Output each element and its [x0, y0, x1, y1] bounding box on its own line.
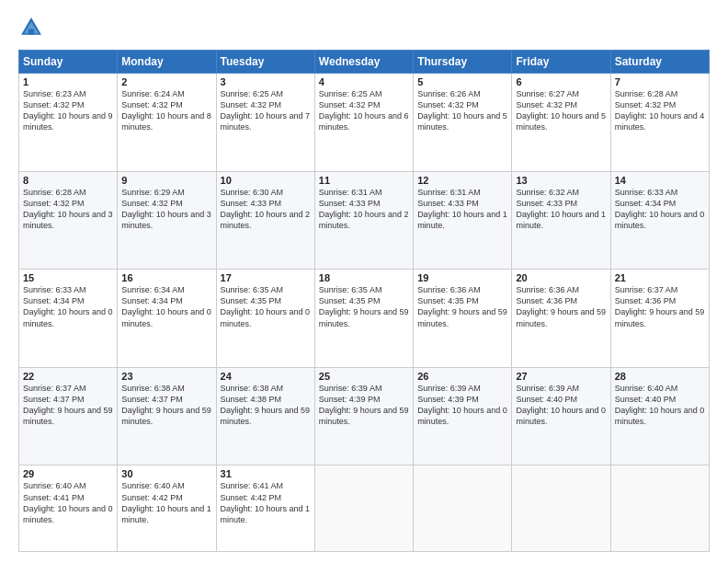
- cell-details: Sunrise: 6:38 AM Sunset: 4:37 PM Dayligh…: [121, 383, 211, 428]
- calendar-week-row: 15Sunrise: 6:33 AM Sunset: 4:34 PM Dayli…: [19, 270, 710, 368]
- cell-details: Sunrise: 6:30 AM Sunset: 4:33 PM Dayligh…: [221, 187, 311, 232]
- day-number: 12: [417, 175, 507, 186]
- calendar-week-row: 22Sunrise: 6:37 AM Sunset: 4:37 PM Dayli…: [19, 367, 710, 465]
- day-of-week-header: Saturday: [610, 51, 709, 74]
- calendar-cell: 14Sunrise: 6:33 AM Sunset: 4:34 PM Dayli…: [610, 171, 709, 270]
- cell-details: Sunrise: 6:36 AM Sunset: 4:35 PM Dayligh…: [417, 284, 507, 329]
- day-number: 8: [23, 175, 113, 186]
- cell-details: Sunrise: 6:38 AM Sunset: 4:38 PM Dayligh…: [221, 383, 311, 428]
- calendar-cell: 9Sunrise: 6:29 AM Sunset: 4:32 PM Daylig…: [118, 171, 216, 270]
- day-number: 18: [319, 272, 409, 283]
- day-number: 9: [121, 175, 211, 186]
- calendar-week-row: 29Sunrise: 6:40 AM Sunset: 4:41 PM Dayli…: [19, 465, 710, 552]
- page: SundayMondayTuesdayWednesdayThursdayFrid…: [0, 0, 728, 563]
- day-number: 31: [221, 468, 311, 479]
- calendar-cell: 26Sunrise: 6:39 AM Sunset: 4:39 PM Dayli…: [414, 367, 512, 465]
- day-number: 21: [615, 272, 705, 283]
- svg-rect-2: [28, 29, 34, 35]
- calendar-cell: 4Sunrise: 6:25 AM Sunset: 4:32 PM Daylig…: [314, 74, 413, 172]
- calendar-cell: 12Sunrise: 6:31 AM Sunset: 4:33 PM Dayli…: [414, 171, 512, 270]
- cell-details: Sunrise: 6:37 AM Sunset: 4:37 PM Dayligh…: [23, 383, 113, 428]
- calendar-cell: [610, 465, 709, 552]
- calendar-cell: 2Sunrise: 6:24 AM Sunset: 4:32 PM Daylig…: [118, 74, 216, 172]
- calendar-cell: 23Sunrise: 6:38 AM Sunset: 4:37 PM Dayli…: [118, 367, 216, 465]
- day-number: 15: [23, 272, 113, 283]
- calendar-cell: 31Sunrise: 6:41 AM Sunset: 4:42 PM Dayli…: [216, 465, 314, 552]
- calendar-cell: 30Sunrise: 6:40 AM Sunset: 4:42 PM Dayli…: [118, 465, 216, 552]
- cell-details: Sunrise: 6:40 AM Sunset: 4:40 PM Dayligh…: [615, 383, 705, 428]
- cell-details: Sunrise: 6:29 AM Sunset: 4:32 PM Dayligh…: [121, 187, 211, 232]
- calendar-cell: 1Sunrise: 6:23 AM Sunset: 4:32 PM Daylig…: [19, 74, 118, 172]
- cell-details: Sunrise: 6:39 AM Sunset: 4:39 PM Dayligh…: [417, 383, 507, 428]
- calendar-cell: 29Sunrise: 6:40 AM Sunset: 4:41 PM Dayli…: [19, 465, 118, 552]
- calendar-cell: 7Sunrise: 6:28 AM Sunset: 4:32 PM Daylig…: [610, 74, 709, 172]
- day-number: 16: [121, 272, 211, 283]
- cell-details: Sunrise: 6:40 AM Sunset: 4:42 PM Dayligh…: [121, 480, 211, 525]
- calendar-cell: 18Sunrise: 6:35 AM Sunset: 4:35 PM Dayli…: [314, 270, 413, 368]
- day-number: 4: [319, 76, 409, 87]
- day-number: 7: [615, 76, 705, 87]
- calendar-cell: 21Sunrise: 6:37 AM Sunset: 4:36 PM Dayli…: [610, 270, 709, 368]
- calendar-table: SundayMondayTuesdayWednesdayThursdayFrid…: [18, 50, 710, 552]
- calendar-week-row: 1Sunrise: 6:23 AM Sunset: 4:32 PM Daylig…: [19, 74, 710, 172]
- calendar-cell: [414, 465, 512, 552]
- day-number: 17: [221, 272, 311, 283]
- day-of-week-header: Tuesday: [216, 51, 314, 74]
- cell-details: Sunrise: 6:26 AM Sunset: 4:32 PM Dayligh…: [417, 88, 507, 133]
- day-number: 14: [615, 175, 705, 186]
- day-number: 24: [221, 371, 311, 382]
- day-of-week-header: Sunday: [19, 51, 118, 74]
- calendar-cell: 28Sunrise: 6:40 AM Sunset: 4:40 PM Dayli…: [610, 367, 709, 465]
- day-of-week-header: Monday: [118, 51, 216, 74]
- day-number: 28: [615, 371, 705, 382]
- calendar-cell: 20Sunrise: 6:36 AM Sunset: 4:36 PM Dayli…: [512, 270, 610, 368]
- cell-details: Sunrise: 6:37 AM Sunset: 4:36 PM Dayligh…: [615, 284, 705, 329]
- day-number: 29: [23, 468, 113, 479]
- day-number: 23: [121, 371, 211, 382]
- cell-details: Sunrise: 6:41 AM Sunset: 4:42 PM Dayligh…: [221, 480, 311, 525]
- cell-details: Sunrise: 6:33 AM Sunset: 4:34 PM Dayligh…: [23, 284, 113, 329]
- calendar-cell: 22Sunrise: 6:37 AM Sunset: 4:37 PM Dayli…: [19, 367, 118, 465]
- calendar-cell: 5Sunrise: 6:26 AM Sunset: 4:32 PM Daylig…: [414, 74, 512, 172]
- cell-details: Sunrise: 6:25 AM Sunset: 4:32 PM Dayligh…: [319, 88, 409, 133]
- day-of-week-header: Wednesday: [314, 51, 413, 74]
- calendar-week-row: 8Sunrise: 6:28 AM Sunset: 4:32 PM Daylig…: [19, 171, 710, 270]
- day-number: 30: [121, 468, 211, 479]
- calendar-cell: 15Sunrise: 6:33 AM Sunset: 4:34 PM Dayli…: [19, 270, 118, 368]
- calendar-cell: 6Sunrise: 6:27 AM Sunset: 4:32 PM Daylig…: [512, 74, 610, 172]
- cell-details: Sunrise: 6:28 AM Sunset: 4:32 PM Dayligh…: [23, 187, 113, 232]
- cell-details: Sunrise: 6:25 AM Sunset: 4:32 PM Dayligh…: [221, 88, 311, 133]
- cell-details: Sunrise: 6:33 AM Sunset: 4:34 PM Dayligh…: [615, 187, 705, 232]
- day-number: 2: [121, 76, 211, 87]
- calendar-cell: 10Sunrise: 6:30 AM Sunset: 4:33 PM Dayli…: [216, 171, 314, 270]
- day-number: 1: [23, 76, 113, 87]
- day-number: 5: [417, 76, 507, 87]
- day-number: 11: [319, 175, 409, 186]
- calendar-cell: 24Sunrise: 6:38 AM Sunset: 4:38 PM Dayli…: [216, 367, 314, 465]
- day-of-week-header: Friday: [512, 51, 610, 74]
- day-number: 22: [23, 371, 113, 382]
- cell-details: Sunrise: 6:36 AM Sunset: 4:36 PM Dayligh…: [516, 284, 606, 329]
- cell-details: Sunrise: 6:35 AM Sunset: 4:35 PM Dayligh…: [221, 284, 311, 329]
- cell-details: Sunrise: 6:32 AM Sunset: 4:33 PM Dayligh…: [516, 187, 606, 232]
- day-number: 13: [516, 175, 606, 186]
- day-number: 26: [417, 371, 507, 382]
- calendar-cell: 25Sunrise: 6:39 AM Sunset: 4:39 PM Dayli…: [314, 367, 413, 465]
- day-of-week-header: Thursday: [414, 51, 512, 74]
- cell-details: Sunrise: 6:34 AM Sunset: 4:34 PM Dayligh…: [121, 284, 211, 329]
- calendar-header-row: SundayMondayTuesdayWednesdayThursdayFrid…: [19, 51, 710, 74]
- day-number: 27: [516, 371, 606, 382]
- cell-details: Sunrise: 6:27 AM Sunset: 4:32 PM Dayligh…: [516, 88, 606, 133]
- day-number: 25: [319, 371, 409, 382]
- calendar-cell: [512, 465, 610, 552]
- cell-details: Sunrise: 6:39 AM Sunset: 4:40 PM Dayligh…: [516, 383, 606, 428]
- day-number: 6: [516, 76, 606, 87]
- calendar-cell: 16Sunrise: 6:34 AM Sunset: 4:34 PM Dayli…: [118, 270, 216, 368]
- cell-details: Sunrise: 6:31 AM Sunset: 4:33 PM Dayligh…: [319, 187, 409, 232]
- cell-details: Sunrise: 6:31 AM Sunset: 4:33 PM Dayligh…: [417, 187, 507, 232]
- cell-details: Sunrise: 6:28 AM Sunset: 4:32 PM Dayligh…: [615, 88, 705, 133]
- calendar-cell: 27Sunrise: 6:39 AM Sunset: 4:40 PM Dayli…: [512, 367, 610, 465]
- calendar-cell: 11Sunrise: 6:31 AM Sunset: 4:33 PM Dayli…: [314, 171, 413, 270]
- calendar-cell: 17Sunrise: 6:35 AM Sunset: 4:35 PM Dayli…: [216, 270, 314, 368]
- calendar-cell: 13Sunrise: 6:32 AM Sunset: 4:33 PM Dayli…: [512, 171, 610, 270]
